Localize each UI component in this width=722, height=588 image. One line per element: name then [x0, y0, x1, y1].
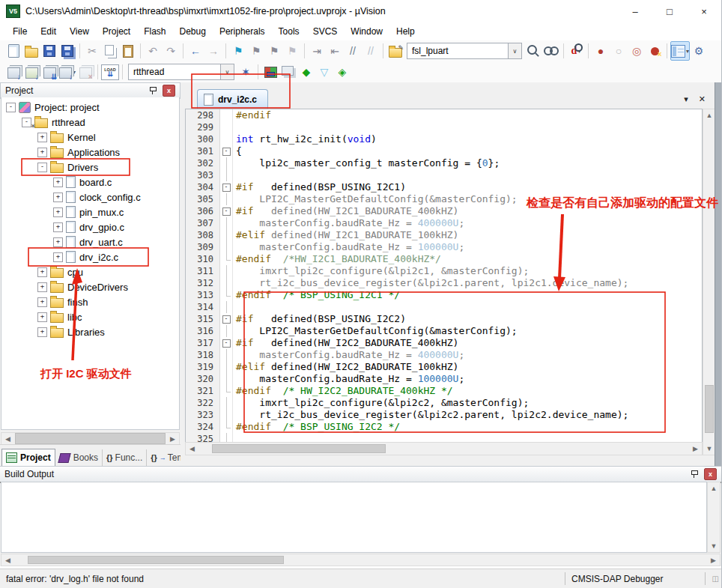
expander-icon[interactable]: + [37, 297, 47, 307]
menu-project[interactable]: Project [96, 24, 137, 39]
scroll-up-icon[interactable]: ▲ [706, 109, 713, 121]
tree-item-project-project[interactable]: -Project: project [1, 100, 179, 115]
bookmark-toggle-button[interactable]: ⚑ [229, 42, 247, 60]
outdent-button[interactable]: ⇤ [326, 42, 344, 60]
comment-button[interactable]: // [344, 42, 362, 60]
download-button[interactable]: LOAD⇊ [101, 63, 119, 81]
fold-margin[interactable] [220, 349, 233, 361]
paste-button[interactable] [119, 42, 137, 60]
expander-icon[interactable]: + [37, 133, 47, 142]
tree-item-rtthread[interactable]: -rtthread [1, 115, 179, 130]
configure-wrench-button[interactable]: ⚙ [690, 42, 708, 60]
expander-icon[interactable]: - [37, 163, 47, 172]
tab-drv-i2c[interactable]: drv_i2c.c [197, 89, 268, 109]
fold-margin[interactable] [220, 193, 233, 205]
page-tab-project[interactable]: Project [1, 449, 55, 466]
fold-margin[interactable] [220, 217, 233, 229]
redo-button[interactable]: ↷ [162, 42, 180, 60]
tree-item-libc[interactable]: +libc [1, 309, 179, 324]
menu-flash[interactable]: Flash [137, 24, 172, 39]
expander-icon[interactable]: + [53, 178, 63, 187]
pin-icon[interactable] [691, 470, 698, 479]
pack-installer-button[interactable]: ◈ [333, 63, 351, 81]
page-tab-functions[interactable]: {}Func... [103, 449, 147, 466]
find-in-files-button[interactable] [386, 42, 404, 60]
fold-collapse-icon[interactable]: - [222, 339, 231, 348]
close-button[interactable]: × [687, 0, 721, 22]
fold-margin[interactable]: - [220, 181, 233, 193]
fold-margin[interactable] [220, 109, 233, 121]
menu-view[interactable]: View [63, 24, 96, 39]
tree-item-devicedrivers[interactable]: +DeviceDrivers [1, 279, 179, 294]
build-output-close-icon[interactable]: x [704, 468, 717, 480]
scroll-left-icon[interactable]: ◀ [1, 435, 14, 443]
tree-item-cpu[interactable]: +cpu [1, 264, 179, 279]
rebuild-all-button[interactable] [40, 63, 58, 81]
fold-collapse-icon[interactable]: - [222, 184, 231, 192]
fold-collapse-icon[interactable]: - [222, 315, 231, 324]
navigate-back-button[interactable]: ← [186, 42, 204, 60]
fold-margin[interactable]: - [220, 205, 233, 217]
scroll-left-icon[interactable]: ◀ [1, 557, 14, 564]
search-combo-dropdown-icon[interactable]: ∨ [508, 43, 521, 58]
expander-icon[interactable]: - [6, 103, 16, 112]
fold-margin[interactable] [220, 241, 233, 253]
open-file-button[interactable] [22, 42, 40, 60]
menu-edit[interactable]: Edit [34, 24, 63, 39]
fold-margin[interactable] [220, 301, 233, 313]
scroll-right-icon[interactable]: ▶ [689, 445, 702, 452]
resize-grip-icon[interactable]: ◫ [712, 575, 719, 583]
fold-margin[interactable] [220, 289, 233, 301]
tree-item-applications[interactable]: +Applications [1, 145, 179, 160]
runtime-environment-button[interactable]: ◆ [297, 63, 315, 81]
expander-icon[interactable]: + [37, 282, 47, 292]
target-wizard-button[interactable]: ✶ [237, 63, 255, 81]
tree-item-clock-config-c[interactable]: +clock_config.c [1, 190, 179, 204]
tree-item-kernel[interactable]: +Kernel [1, 130, 179, 145]
uncomment-button[interactable]: // [362, 42, 380, 60]
fold-margin[interactable] [220, 421, 233, 433]
tree-item-drivers[interactable]: -Drivers [1, 160, 179, 175]
menu-svcs[interactable]: SVCS [306, 24, 345, 39]
fold-margin[interactable] [220, 277, 233, 289]
options-for-target-button[interactable] [261, 63, 279, 81]
fold-collapse-icon[interactable]: - [222, 148, 231, 156]
find-next-button[interactable] [524, 42, 542, 60]
batch-build-button[interactable]: ▾ [58, 63, 76, 81]
fold-margin[interactable] [220, 373, 233, 385]
copy-button[interactable] [101, 42, 119, 60]
build-output-hscrollbar[interactable]: ◀ ▶ [1, 554, 721, 566]
scroll-down-icon[interactable]: ▼ [706, 443, 713, 455]
menu-debug[interactable]: Debug [173, 24, 213, 39]
expander-icon[interactable]: + [37, 148, 47, 157]
project-panel-close-icon[interactable]: x [163, 85, 175, 97]
insert-breakpoint-button[interactable]: ● [592, 42, 610, 60]
expander-icon[interactable]: + [37, 312, 47, 322]
save-all-button[interactable] [58, 42, 76, 60]
fold-margin[interactable] [220, 385, 233, 397]
menu-file[interactable]: File [6, 24, 34, 39]
menu-window[interactable]: Window [344, 24, 389, 39]
fold-margin[interactable] [220, 229, 233, 241]
advanced-find-button[interactable]: d▾ [567, 42, 585, 60]
window-layout-button-dropdown-icon[interactable]: ▾ [686, 48, 689, 55]
expander-icon[interactable]: + [53, 252, 63, 262]
new-file-button[interactable] [4, 42, 22, 60]
fold-margin[interactable] [220, 265, 233, 277]
code-editor[interactable]: 298#endif299300int rt_hw_i2c_init(void)3… [185, 109, 703, 455]
menu-tools[interactable]: Tools [272, 24, 306, 39]
page-tab-books[interactable]: Books [55, 449, 103, 466]
software-packs-filter-button[interactable]: ▽ [315, 63, 333, 81]
navigate-forward-button[interactable]: → [204, 42, 222, 60]
scroll-up-icon[interactable]: ▲ [711, 482, 718, 494]
bookmark-prev-button[interactable]: ⚑ [265, 42, 283, 60]
maximize-button[interactable]: □ [652, 0, 687, 22]
fold-margin[interactable] [220, 409, 233, 421]
indent-button[interactable]: ⇥ [308, 42, 326, 60]
expander-icon[interactable]: + [53, 222, 63, 232]
build-output-hscroll-thumb[interactable] [28, 556, 284, 564]
expander-icon[interactable]: + [37, 327, 47, 337]
fold-margin[interactable] [220, 253, 233, 265]
fold-margin[interactable]: - [220, 337, 233, 349]
fold-margin[interactable] [220, 361, 233, 373]
